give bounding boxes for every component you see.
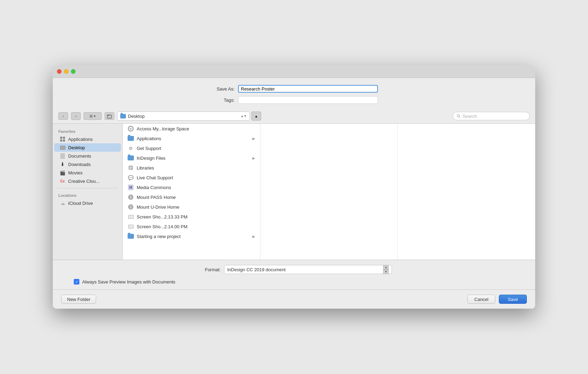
file-name-applications: Applications <box>137 136 250 141</box>
folder-icon-applications <box>128 135 134 142</box>
sidebar-item-icloud[interactable]: ☁ iCloud Drive <box>54 199 121 207</box>
back-button[interactable]: ‹ <box>58 112 68 120</box>
maximize-button[interactable] <box>71 69 76 74</box>
svg-rect-4 <box>129 167 132 167</box>
sidebar-item-applications[interactable]: Applications <box>54 135 121 143</box>
new-folder-icon <box>107 114 112 118</box>
location-up-button[interactable]: ▲ <box>251 112 261 121</box>
libraries-icon <box>128 165 134 171</box>
creative-cloud-icon: Cc <box>60 178 65 184</box>
tags-input[interactable] <box>238 96 378 104</box>
sidebar-movies-label: Movies <box>68 170 83 175</box>
file-name-libraries: Libraries <box>137 165 255 171</box>
file-item-applications[interactable]: Applications ▶ <box>123 134 260 143</box>
title-bar <box>53 65 535 78</box>
view-button[interactable]: ⊞ ▾ <box>84 112 102 120</box>
file-name-mount-pass: Mount PASS Home <box>137 195 255 200</box>
toolbar: ‹ › ⊞ ▾ Desktop ▲▼ ▲ Search <box>53 109 535 124</box>
tags-label: Tags: <box>210 98 235 103</box>
chevron-down-icon: ▾ <box>94 114 96 118</box>
svg-point-1 <box>457 115 460 117</box>
arrow-icon-starting: ▶ <box>252 235 255 238</box>
svg-rect-6 <box>129 169 131 170</box>
folder-icon-starting <box>128 233 134 239</box>
file-name-mount-u-drive: Mount U-Drive Home <box>137 204 255 210</box>
screen-icon-1 <box>128 214 134 220</box>
u-drive-icon <box>128 204 134 210</box>
location-folder-icon <box>120 114 126 118</box>
file-item-access-storage[interactable]: ⊕ Access My...torage Space <box>123 124 260 134</box>
file-item-mount-u-drive[interactable]: Mount U-Drive Home <box>123 202 260 212</box>
bottom-bar: New Folder Cancel Save <box>53 289 535 309</box>
file-item-libraries[interactable]: Libraries <box>123 163 260 173</box>
chat-icon-live: 💬 <box>128 174 134 181</box>
sidebar-documents-label: Documents <box>68 153 91 159</box>
content-area: Favorites Applications Desktop <box>53 124 535 260</box>
format-dropdown[interactable]: InDesign CC 2019 document ▲ ▼ <box>224 265 392 274</box>
file-item-screenshot-1[interactable]: Screen Sho...2.13.33 PM <box>123 212 260 222</box>
sidebar-applications-label: Applications <box>68 137 93 142</box>
file-item-live-chat[interactable]: 💬 Live Chat Support <box>123 173 260 182</box>
file-item-starting-project[interactable]: Starting a new project ▶ <box>123 231 260 241</box>
format-stepper[interactable]: ▲ ▼ <box>383 265 389 274</box>
gear-icon-get-support: ⚙ <box>128 145 134 151</box>
new-folder-button[interactable]: New Folder <box>61 295 96 304</box>
location-dropdown[interactable]: Desktop ▲▼ <box>117 112 250 121</box>
action-buttons: Cancel Save <box>467 295 527 304</box>
file-item-screenshot-2[interactable]: Screen Sho...2.14.00 PM <box>123 222 260 231</box>
close-button[interactable] <box>57 69 62 74</box>
save-as-input[interactable] <box>238 85 378 93</box>
file-name-get-support: Get Support <box>137 146 255 151</box>
sidebar-item-desktop[interactable]: Desktop <box>54 143 121 152</box>
movies-icon: 🎬 <box>60 170 65 175</box>
file-item-media-commons[interactable]: M Media Commons <box>123 182 260 192</box>
sidebar-downloads-label: Downloads <box>68 162 91 167</box>
arrow-icon-indesign: ▶ <box>252 156 255 160</box>
search-bar[interactable]: Search <box>453 112 530 120</box>
downloads-icon: ⬇ <box>60 161 65 167</box>
file-name-screenshot-2: Screen Sho...2.14.00 PM <box>137 224 255 229</box>
sidebar-creative-cloud-label: Creative Clou... <box>68 179 100 184</box>
file-item-indesign-files[interactable]: InDesign Files ▶ <box>123 153 260 163</box>
format-value: InDesign CC 2019 document <box>227 267 382 272</box>
save-as-label: Save As: <box>210 86 235 92</box>
icloud-icon: ☁ <box>60 200 65 206</box>
form-area: Save As: Tags: <box>53 78 535 109</box>
format-label: Format: <box>196 267 221 272</box>
sidebar-item-downloads[interactable]: ⬇ Downloads <box>54 160 121 168</box>
favorites-label: Favorites <box>53 127 122 135</box>
svg-line-2 <box>459 117 460 118</box>
dropdown-arrow-icon: ▲▼ <box>241 114 247 118</box>
svg-rect-0 <box>107 115 112 118</box>
save-button[interactable]: Save <box>499 295 527 304</box>
location-text: Desktop <box>128 114 238 119</box>
empty-panel-2 <box>398 124 535 260</box>
documents-icon <box>60 153 65 159</box>
file-name-indesign-files: InDesign Files <box>137 156 250 161</box>
preview-checkbox[interactable]: ✓ <box>74 279 79 285</box>
sidebar-item-creative-cloud[interactable]: Cc Creative Clou... <box>54 177 121 185</box>
file-name-screenshot-1: Screen Sho...2.13.33 PM <box>137 214 255 220</box>
arrow-icon-applications: ▶ <box>252 137 255 141</box>
sidebar-desktop-label: Desktop <box>68 145 85 150</box>
media-commons-icon: M <box>128 184 134 190</box>
folder-icon-indesign <box>128 155 134 161</box>
checkbox-row: ✓ Always Save Preview Images with Docume… <box>67 279 175 285</box>
screen-icon-2 <box>128 223 134 230</box>
file-list-panel: ⊕ Access My...torage Space Applications … <box>123 124 260 260</box>
stepper-up-button[interactable]: ▲ <box>383 265 389 269</box>
minimize-button[interactable] <box>64 69 69 74</box>
sidebar-item-documents[interactable]: Documents <box>54 152 121 160</box>
file-item-mount-pass[interactable]: Mount PASS Home <box>123 192 260 202</box>
forward-button[interactable]: › <box>71 112 81 120</box>
cancel-button[interactable]: Cancel <box>467 295 495 304</box>
new-folder-toolbar-button[interactable] <box>105 112 114 120</box>
sidebar-item-movies[interactable]: 🎬 Movies <box>54 168 121 177</box>
format-area: Format: InDesign CC 2019 document ▲ ▼ ✓ … <box>53 260 535 289</box>
file-item-get-support[interactable]: ⚙ Get Support <box>123 143 260 153</box>
file-name-media-commons: Media Commons <box>137 185 255 190</box>
search-icon <box>457 114 461 118</box>
save-as-row: Save As: <box>210 85 378 93</box>
sidebar: Favorites Applications Desktop <box>53 124 123 260</box>
stepper-down-button[interactable]: ▼ <box>383 269 389 274</box>
